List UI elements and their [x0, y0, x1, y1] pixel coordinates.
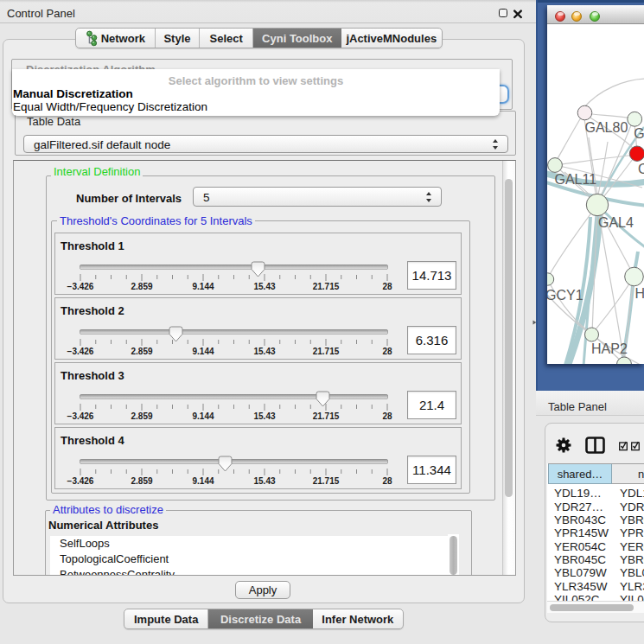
svg-text:G.: G. [634, 126, 644, 141]
svg-text:GAL4: GAL4 [598, 215, 634, 230]
svg-text:GAL11: GAL11 [555, 172, 597, 187]
svg-text:GCY1: GCY1 [547, 288, 583, 303]
svg-text:HAP2: HAP2 [591, 341, 628, 356]
svg-text:C: C [638, 162, 644, 176]
svg-text:GAL80: GAL80 [585, 120, 628, 135]
svg-text:H: H [635, 286, 644, 301]
